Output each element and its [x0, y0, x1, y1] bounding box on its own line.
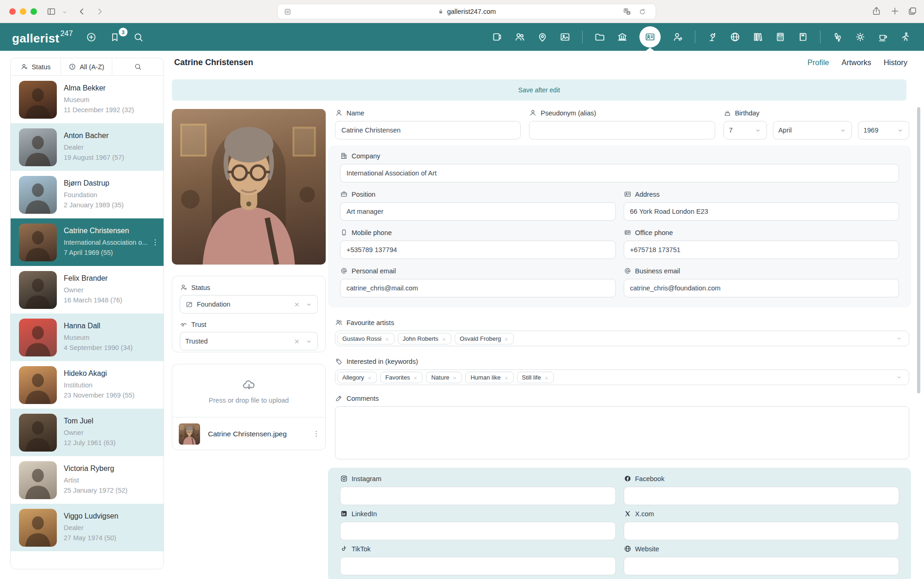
contact-list-item[interactable]: Viggo Ludvigsen Dealer 27 May 1974 (50) — [11, 504, 164, 551]
tag-remove-icon[interactable] — [452, 375, 457, 380]
contacts-search-button[interactable] — [112, 58, 164, 75]
translate-icon[interactable] — [623, 7, 632, 16]
nav-walk-exit-icon[interactable] — [900, 31, 911, 42]
nav-coffee-cup-icon[interactable] — [877, 31, 888, 42]
nav-gear-icon[interactable] — [855, 31, 866, 42]
trust-clear-icon[interactable] — [293, 338, 300, 345]
comments-field[interactable] — [335, 406, 909, 459]
contact-list-item[interactable]: Anton Bacher Dealer 19 August 1967 (57) — [11, 123, 164, 171]
tab-artworks[interactable]: Artworks — [841, 58, 871, 67]
mobile-phone-label: Mobile phone — [352, 229, 392, 236]
page-title: Catrine Christensen — [174, 58, 253, 67]
social-globe-input[interactable] — [624, 557, 900, 575]
keywords-label: Interested in (keywords) — [346, 358, 418, 365]
nav-device-tablet-icon[interactable] — [492, 31, 503, 42]
address-bar[interactable]: gallerist247.com — [277, 4, 656, 19]
smartphone-icon — [340, 229, 348, 236]
name-field[interactable] — [335, 121, 521, 139]
chevron-down-icon[interactable] — [896, 335, 902, 342]
save-after-edit-button[interactable]: Save after edit — [172, 79, 906, 101]
contact-list-item[interactable]: Catrine Christensen International Associ… — [11, 218, 164, 266]
contact-menu-icon[interactable] — [151, 238, 160, 247]
nav-books-icon[interactable] — [752, 31, 763, 42]
address-field[interactable] — [624, 202, 900, 221]
contact-list-item[interactable]: Alma Bekker Museum 11 December 1992 (32) — [11, 76, 164, 123]
nav-footprints-icon[interactable] — [832, 31, 843, 42]
birthday-month-select[interactable]: April — [773, 121, 852, 139]
contact-role: Museum — [64, 333, 133, 343]
status-clear-icon[interactable] — [293, 301, 300, 308]
mobile-phone-field[interactable] — [340, 241, 616, 259]
office-phone-field[interactable] — [624, 241, 900, 259]
business-email-field[interactable] — [624, 279, 900, 297]
status-chevron-icon[interactable] — [305, 301, 312, 308]
nav-map-pin-icon[interactable] — [537, 31, 548, 42]
nav-user-tag-icon[interactable] — [672, 31, 683, 42]
minimize-window-button[interactable] — [20, 8, 26, 15]
nav-globe-icon[interactable] — [729, 31, 741, 42]
pseudonym-field[interactable] — [529, 121, 715, 139]
file-dropzone[interactable]: Press or drop file to upload — [172, 364, 325, 417]
close-window-button[interactable] — [9, 8, 16, 15]
filter-sort-button[interactable]: All (A-Z) — [61, 58, 112, 75]
social-instagram-input[interactable] — [340, 487, 616, 505]
tab-history[interactable]: History — [884, 58, 907, 67]
tag-remove-icon[interactable] — [442, 336, 446, 341]
birthday-day-select[interactable]: 7 — [723, 121, 767, 139]
birthday-year-select[interactable]: 1969 — [858, 121, 909, 139]
nav-image-icon[interactable] — [559, 31, 571, 42]
contact-list-item[interactable]: Bjørn Dastrup Foundation 2 January 1989 … — [11, 171, 164, 218]
nav-active-item[interactable] — [639, 26, 661, 48]
file-menu-icon[interactable] — [312, 429, 321, 438]
scrollbar-thumb[interactable] — [917, 107, 920, 393]
tag-remove-icon[interactable] — [504, 336, 509, 341]
tag-remove-icon[interactable] — [504, 375, 509, 380]
contact-list-item[interactable]: Hideko Akagi Institution 23 November 196… — [11, 361, 164, 409]
social-facebook-input[interactable] — [624, 487, 900, 505]
tab-overview-icon[interactable] — [907, 6, 918, 16]
filter-status-button[interactable]: Status — [11, 58, 61, 75]
nav-users-icon[interactable] — [514, 31, 525, 42]
zoom-window-button[interactable] — [30, 8, 37, 15]
global-search-icon[interactable] — [133, 32, 144, 42]
status-select[interactable]: Foundation — [180, 295, 318, 314]
nav-folder-icon[interactable] — [594, 31, 605, 42]
social-tiktok-input[interactable] — [340, 557, 616, 575]
trust-chevron-icon[interactable] — [305, 338, 312, 345]
tag-remove-icon[interactable] — [544, 375, 549, 380]
app-logo[interactable]: gallerist247 — [12, 30, 73, 46]
tag-remove-icon[interactable] — [385, 336, 389, 341]
uploaded-file-row[interactable]: Catrine Christensen.jpeg — [172, 417, 325, 450]
nav-museum-icon[interactable] — [617, 31, 628, 42]
contact-list-item[interactable]: Victoria Ryberg Artist 25 January 1972 (… — [11, 456, 164, 504]
tag-remove-icon[interactable] — [367, 375, 372, 380]
contact-list-item[interactable]: Hanna Dall Museum 4 September 1990 (34) — [11, 314, 164, 361]
tab-group-chevron-icon[interactable] — [61, 9, 68, 15]
favourite-artists-select[interactable]: Gustavo Rossi John Roberts Osvald Frober… — [335, 331, 909, 346]
nav-calculator-icon[interactable] — [775, 31, 786, 42]
company-field[interactable] — [340, 164, 899, 182]
reload-icon[interactable] — [638, 8, 646, 16]
tag-remove-icon[interactable] — [413, 375, 418, 380]
nav-contact-card-icon[interactable] — [644, 31, 656, 42]
contact-list-item[interactable]: Felix Brander Owner 16 March 1948 (76) — [11, 266, 164, 314]
chevron-down-icon[interactable] — [896, 374, 902, 380]
nav-desk-lamp-icon[interactable] — [707, 31, 718, 42]
trust-select[interactable]: Trusted — [180, 332, 318, 350]
keywords-select[interactable]: Allegory Favorites Nature Human like Sti… — [335, 369, 909, 385]
new-tab-icon[interactable] — [890, 6, 900, 16]
contact-list-item[interactable]: Tom Juel Owner 12 July 1961 (63) — [11, 409, 164, 456]
reader-view-icon[interactable] — [284, 8, 292, 16]
share-icon[interactable] — [871, 6, 881, 16]
tab-profile[interactable]: Profile — [808, 58, 829, 67]
social-xcom-input[interactable] — [624, 522, 900, 540]
comments-label: Comments — [346, 395, 379, 402]
add-record-icon[interactable] — [86, 32, 97, 42]
personal-email-field[interactable] — [340, 279, 616, 297]
browser-sidebar-icon[interactable] — [46, 6, 56, 17]
nav-journal-icon[interactable] — [797, 31, 808, 42]
browser-forward-icon[interactable] — [95, 6, 105, 17]
browser-back-icon[interactable] — [77, 6, 87, 17]
social-linkedin-input[interactable] — [340, 522, 616, 540]
position-field[interactable] — [340, 202, 616, 221]
